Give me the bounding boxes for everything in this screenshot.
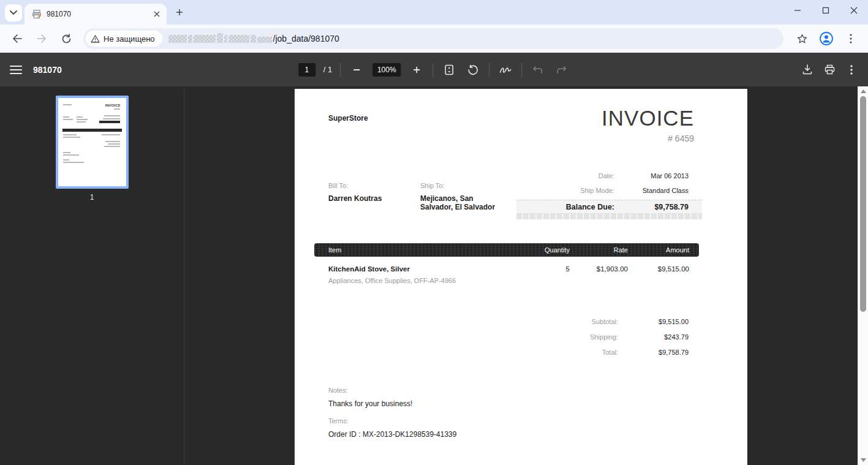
document-area[interactable]: SuperStore INVOICE # 6459 Bill To: Darre… <box>184 86 858 465</box>
invoice-meta: Date: Mar 06 2013 Ship Mode: Standard Cl… <box>516 168 702 219</box>
notes-text: Thanks for your business! <box>328 399 412 408</box>
thumbnail-sidebar: INVOICE <box>0 86 184 465</box>
notes-block: Notes: Thanks for your business! <box>328 387 412 408</box>
back-arrow-icon <box>12 34 23 43</box>
redo-button[interactable] <box>554 62 570 78</box>
pdf-toolbar: 981070 1 / 1 100% <box>0 53 868 86</box>
print-button[interactable] <box>821 62 837 78</box>
fit-to-page-button[interactable] <box>441 62 457 78</box>
back-button[interactable] <box>7 28 28 49</box>
balance-due-label: Balance Due: <box>516 203 614 211</box>
thumbnail-preview: INVOICE <box>58 98 126 186</box>
chevron-down-icon <box>10 10 17 15</box>
meta-row-date: Date: Mar 06 2013 <box>516 168 702 183</box>
warning-triangle-icon <box>91 35 100 43</box>
rotate-ccw-icon <box>467 64 478 75</box>
security-chip[interactable]: Не защищено <box>86 31 162 47</box>
subtotal-row: Subtotal: $9,515.00 <box>520 318 689 333</box>
terms-label: Terms: <box>328 417 456 425</box>
header-amount: Amount <box>628 246 689 254</box>
maximize-icon <box>822 7 829 14</box>
more-vert-icon <box>850 65 853 75</box>
triangle-up-icon <box>861 89 866 93</box>
plus-icon <box>412 66 421 74</box>
scroll-up-button[interactable] <box>858 87 868 96</box>
page-count-label: / 1 <box>323 65 332 74</box>
page-thumbnail[interactable]: INVOICE <box>56 96 129 189</box>
reload-icon <box>61 34 72 44</box>
zoom-out-button[interactable] <box>349 62 364 78</box>
toolbar-divider <box>432 63 433 77</box>
vertical-scrollbar[interactable] <box>858 86 868 465</box>
ship-to-label: Ship To: <box>420 182 500 189</box>
invoice-number: # 6459 <box>668 134 694 143</box>
url-text: /job_data/981070 <box>168 33 339 45</box>
url-path: /job_data/981070 <box>273 34 339 43</box>
toolbar-divider <box>489 63 489 77</box>
security-chip-label: Не защищено <box>104 34 155 43</box>
close-icon <box>850 7 858 14</box>
meta-row-ship-mode: Ship Mode: Standard Class <box>516 183 702 198</box>
totals-block: Subtotal: $9,515.00 Shipping: $243.79 To… <box>520 318 689 364</box>
forward-button[interactable] <box>31 28 52 49</box>
header-item: Item <box>328 246 521 254</box>
pdf-more-button[interactable] <box>843 62 859 78</box>
annotate-button[interactable] <box>497 62 513 78</box>
thumbnail-invoice-title: INVOICE <box>105 104 121 107</box>
zoom-level-input[interactable]: 100% <box>372 63 401 77</box>
browser-tab[interactable]: 981070 <box>25 4 167 25</box>
terms-block: Terms: Order ID : MX-2013-DK1298539-4133… <box>328 417 456 439</box>
scrollbar-thumb[interactable] <box>860 96 866 312</box>
undo-icon <box>533 66 543 74</box>
window-controls <box>783 0 868 21</box>
undo-button[interactable] <box>530 62 546 78</box>
page-number-input[interactable]: 1 <box>298 63 315 77</box>
terms-text: Order ID : MX-2013-DK1298539-41339 <box>328 430 456 439</box>
url-redacted-host <box>168 33 273 45</box>
pdf-toolbar-right <box>799 53 859 86</box>
browser-navbar: Не защищено /job_data/981070 <box>0 25 868 53</box>
new-tab-button[interactable] <box>172 4 187 20</box>
pdf-toolbar-center: 1 / 1 100% <box>298 53 570 86</box>
rotate-button[interactable] <box>465 62 481 78</box>
ship-mode-value: Standard Class <box>614 187 702 194</box>
close-icon <box>154 11 160 17</box>
subtotal-value: $9,515.00 <box>618 318 689 325</box>
pdf-menu-button[interactable] <box>10 66 22 74</box>
window-maximize-button[interactable] <box>812 0 840 21</box>
address-bar[interactable]: Не защищено /job_data/981070 <box>83 28 783 49</box>
scroll-down-button[interactable] <box>858 456 868 464</box>
invoice-header: INVOICE # 6459 <box>602 106 694 143</box>
browser-menu-button[interactable] <box>840 28 861 49</box>
header-quantity: Quantity <box>521 246 570 254</box>
download-button[interactable] <box>799 62 815 78</box>
total-row: Total: $9,758.79 <box>520 349 689 364</box>
table-row: KitchenAid Stove, Silver Appliances, Off… <box>314 257 699 284</box>
invoice-company: SuperStore <box>328 114 368 123</box>
profile-button[interactable] <box>816 28 837 49</box>
window-minimize-button[interactable] <box>783 0 812 21</box>
plus-icon <box>176 9 183 16</box>
print-icon <box>825 64 835 75</box>
ship-to-block: Ship To: Mejicanos, San Salvador, El Sal… <box>420 182 500 211</box>
zoom-in-button[interactable] <box>409 62 425 78</box>
tab-search-button[interactable] <box>5 4 22 21</box>
reload-button[interactable] <box>56 28 77 49</box>
table-header-row: Item Quantity Rate Amount <box>314 243 699 257</box>
bookmark-button[interactable] <box>791 28 812 49</box>
bill-to-block: Bill To: Darren Koutras <box>328 182 382 203</box>
date-value: Mar 06 2013 <box>614 172 702 180</box>
total-value: $9,758.79 <box>618 349 689 356</box>
invoice-title: INVOICE <box>602 106 694 130</box>
minimize-icon <box>794 7 801 14</box>
download-icon <box>802 64 812 75</box>
pdf-document-title: 981070 <box>33 65 62 75</box>
tab-close-button[interactable] <box>152 9 162 19</box>
ship-mode-label: Ship Mode: <box>516 187 614 194</box>
balance-due-decoration <box>516 213 702 219</box>
quantity-cell: 5 <box>521 265 570 284</box>
window-close-button[interactable] <box>840 0 868 21</box>
shipping-row: Shipping: $243.79 <box>520 333 689 349</box>
navbar-right-actions <box>790 28 863 49</box>
triangle-down-icon <box>861 458 866 462</box>
